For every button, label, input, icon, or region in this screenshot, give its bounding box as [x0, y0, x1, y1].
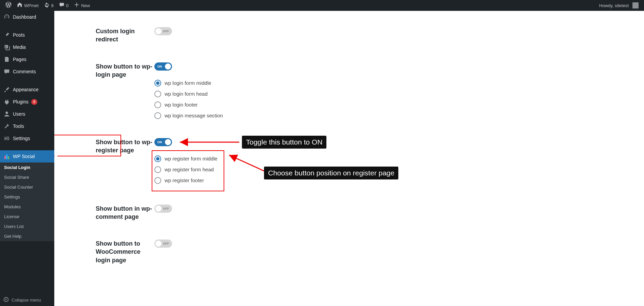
sidebar-item-label: Dashboard	[13, 14, 36, 20]
setting-show-register: Show button to wp-register page ON wp re…	[54, 121, 644, 186]
radio-register-form-head[interactable]: wp register form head	[154, 164, 644, 175]
radio-login-message-section[interactable]: wp login message section	[154, 110, 644, 121]
collapse-label: Collapse menu	[12, 298, 41, 303]
annotation-toggle-hint: Toggle this button to ON	[242, 136, 326, 149]
radio-label: wp register footer	[165, 177, 204, 183]
submenu-social-counter[interactable]: Social Counter	[0, 182, 54, 192]
toggle-state: OFF	[163, 205, 169, 213]
setting-show-woo: Show button to WooCommerce login page OF…	[54, 221, 644, 264]
setting-label: Custom login redirect	[54, 27, 154, 44]
user-icon	[3, 111, 10, 117]
submenu-social-share[interactable]: Social Share	[0, 172, 54, 182]
sidebar-item-appearance[interactable]: Appearance	[0, 83, 54, 96]
sidebar-item-label: Settings	[13, 136, 30, 141]
toggle-state: ON	[157, 138, 162, 146]
sidebar-item-dashboard[interactable]: Dashboard	[0, 11, 54, 23]
submenu-license[interactable]: License	[0, 212, 54, 222]
sidebar-item-settings[interactable]: Settings	[0, 132, 54, 145]
toggle-show-login[interactable]: ON	[154, 62, 172, 71]
radio-label: wp login form middle	[165, 80, 211, 86]
sidebar-item-pages[interactable]: Pages	[0, 53, 54, 65]
wpsocial-icon	[3, 153, 10, 160]
setting-label: Show button to wp-login page	[54, 62, 154, 121]
howdy-link[interactable]: Howdy, sitetest	[596, 0, 641, 11]
radio-register-footer[interactable]: wp register footer	[154, 175, 644, 186]
admin-bar: WPmet 8 0 New Howdy, sitetest	[0, 0, 644, 11]
login-position-options: wp login form middle wp login form head …	[154, 78, 644, 121]
wpsocial-submenu: Social Login Social Share Social Counter…	[0, 162, 54, 241]
radio-register-form-middle[interactable]: wp register form middle	[154, 153, 644, 164]
updates-link[interactable]: 8	[41, 0, 56, 11]
setting-label: Show button to wp-register page	[96, 139, 152, 154]
sidebar-item-label: Appearance	[13, 87, 39, 92]
wrench-icon	[3, 123, 10, 130]
radio-label: wp register form middle	[165, 156, 217, 161]
avatar-icon	[632, 2, 639, 8]
media-icon	[3, 44, 10, 51]
radio-login-form-head[interactable]: wp login form head	[154, 89, 644, 99]
settings-content: Custom login redirect OFF Show button to…	[54, 11, 644, 306]
radio-login-footer[interactable]: wp login footer	[154, 99, 644, 110]
plugins-badge: 8	[31, 99, 37, 105]
sidebar-item-label: Comments	[13, 69, 36, 74]
new-link[interactable]: New	[71, 0, 93, 11]
home-icon	[17, 2, 22, 9]
update-icon	[44, 2, 50, 9]
submenu-modules[interactable]: Modules	[0, 202, 54, 212]
toggle-show-comment[interactable]: OFF	[154, 205, 172, 213]
radio-label: wp login message section	[165, 113, 223, 118]
sidebar-item-tools[interactable]: Tools	[0, 120, 54, 132]
sidebar-item-label: Pages	[13, 57, 26, 62]
register-position-options: wp register form middle wp register form…	[154, 153, 644, 186]
pin-icon	[3, 32, 10, 38]
collapse-icon	[3, 297, 9, 303]
plugin-icon	[3, 98, 10, 105]
setting-label: Show button to WooCommerce login page	[54, 240, 154, 264]
sidebar-item-comments[interactable]: Comments	[0, 65, 54, 78]
submenu-settings[interactable]: Settings	[0, 192, 54, 202]
toggle-show-woo[interactable]: OFF	[154, 240, 172, 248]
collapse-menu[interactable]: Collapse menu	[0, 294, 54, 306]
radio-label: wp login form head	[165, 91, 208, 97]
submenu-get-help[interactable]: Get Help	[0, 231, 54, 241]
sidebar-item-label: Tools	[13, 123, 24, 129]
wp-logo-link[interactable]	[3, 0, 14, 11]
annotation-arrow-toggle	[175, 139, 243, 146]
site-name-link[interactable]: WPmet	[14, 0, 41, 11]
toggle-state: OFF	[163, 27, 169, 35]
radio-icon	[154, 91, 161, 97]
submenu-users-list[interactable]: Users List	[0, 222, 54, 231]
setting-show-comment: Show button in wp-comment page OFF	[54, 186, 644, 221]
radio-icon	[154, 112, 161, 119]
sidebar-item-plugins[interactable]: Plugins8	[0, 96, 54, 108]
new-label: New	[81, 3, 90, 8]
howdy-text: Howdy, sitetest	[599, 3, 629, 8]
radio-icon	[154, 177, 161, 184]
setting-custom-login-redirect: Custom login redirect OFF	[54, 18, 644, 44]
radio-icon	[154, 80, 161, 87]
sidebar-item-posts[interactable]: Posts	[0, 29, 54, 41]
comments-link[interactable]: 0	[56, 0, 71, 11]
radio-icon	[154, 101, 161, 108]
submenu-social-login[interactable]: Social Login	[0, 162, 54, 172]
admin-sidebar: Dashboard Posts Media Pages Comments App…	[0, 11, 54, 306]
toggle-state: ON	[157, 62, 162, 71]
toggle-show-register[interactable]: ON	[154, 138, 172, 146]
brush-icon	[3, 86, 10, 93]
updates-count: 8	[51, 3, 54, 8]
setting-show-login: Show button to wp-login page ON wp login…	[54, 44, 644, 121]
site-name: WPmet	[24, 3, 39, 8]
setting-label: Show button in wp-comment page	[54, 205, 154, 221]
dashboard-icon	[3, 14, 10, 20]
radio-login-form-middle[interactable]: wp login form middle	[154, 78, 644, 89]
plus-icon	[74, 2, 79, 9]
sidebar-item-label: WP Social	[13, 154, 35, 159]
sidebar-item-wpsocial[interactable]: WP Social	[0, 150, 54, 162]
toggle-state: OFF	[163, 240, 169, 248]
sidebar-item-label: Media	[13, 44, 26, 50]
sidebar-item-users[interactable]: Users	[0, 108, 54, 120]
radio-icon	[154, 155, 161, 162]
sidebar-item-media[interactable]: Media	[0, 41, 54, 53]
toggle-custom-login-redirect[interactable]: OFF	[154, 27, 172, 35]
wordpress-icon	[5, 2, 12, 9]
